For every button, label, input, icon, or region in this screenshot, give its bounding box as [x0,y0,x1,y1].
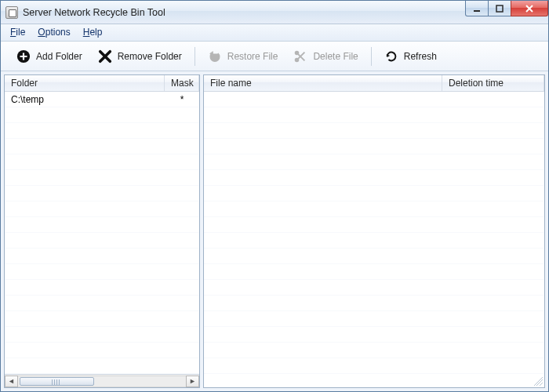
column-folder[interactable]: Folder [5,75,165,91]
refresh-label: Refresh [404,51,437,62]
maximize-button[interactable] [488,1,511,16]
content-area: Folder Mask C:\temp * ◄ ► File name Dele… [1,71,548,391]
app-icon [5,6,18,19]
column-deletion-time[interactable]: Deletion time [442,75,544,91]
maximize-icon [495,4,504,13]
folders-pane: Folder Mask C:\temp * ◄ ► [4,74,200,388]
restore-file-label: Restore File [227,51,278,62]
svg-point-4 [296,58,299,61]
svg-rect-0 [474,10,480,12]
refresh-button[interactable]: Refresh [376,46,445,67]
delete-file-label: Delete File [313,51,358,62]
close-button[interactable] [511,1,548,16]
files-pane: File name Deletion time [203,74,545,388]
menu-file-label-rest: ile [16,27,25,38]
column-file-name[interactable]: File name [204,75,442,91]
menu-bar: File Options Help [1,24,548,42]
toolbar-separator [195,47,195,66]
scroll-thumb[interactable] [20,377,94,386]
cell-mask: * [165,94,199,105]
window-title: Server Network Recycle Bin Tool [23,7,165,18]
cell-folder: C:\temp [5,94,165,105]
menu-help[interactable]: Help [77,24,109,41]
menu-options-label-rest: ptions [45,27,71,38]
column-mask[interactable]: Mask [165,75,199,91]
toolbar-separator [371,47,372,66]
restore-file-button[interactable]: Restore File [200,46,286,67]
scroll-right-button[interactable]: ► [186,376,199,387]
plus-circle-icon [16,49,31,64]
window-controls [466,1,548,16]
remove-folder-button[interactable]: Remove Folder [90,46,190,67]
menu-options[interactable]: Options [31,24,76,41]
svg-rect-1 [496,5,503,12]
menu-file[interactable]: File [4,24,31,41]
menu-help-label-rest: elp [89,27,102,38]
close-icon [524,4,535,13]
files-columns: File name Deletion time [204,75,544,92]
undo-arrow-icon [208,49,222,64]
folders-columns: Folder Mask [5,75,199,92]
scissors-icon [293,49,307,64]
files-rows[interactable] [204,92,544,387]
horizontal-scrollbar[interactable]: ◄ ► [5,374,199,387]
refresh-icon [384,49,398,64]
delete-file-button[interactable]: Delete File [285,46,365,67]
toolbar: Add Folder Remove Folder Restore File De… [1,42,548,71]
folders-rows[interactable]: C:\temp * [5,92,199,374]
scroll-track[interactable] [18,376,186,387]
resize-grip-icon[interactable] [533,376,543,386]
scroll-left-button[interactable]: ◄ [5,376,18,387]
svg-point-3 [296,51,299,54]
add-folder-label: Add Folder [36,51,82,62]
remove-folder-label: Remove Folder [118,51,182,62]
minimize-button[interactable] [465,1,489,16]
table-row[interactable]: C:\temp * [5,92,199,107]
title-bar: Server Network Recycle Bin Tool [1,1,548,24]
minimize-icon [472,4,482,13]
add-folder-button[interactable]: Add Folder [9,46,90,67]
x-icon [98,49,112,64]
